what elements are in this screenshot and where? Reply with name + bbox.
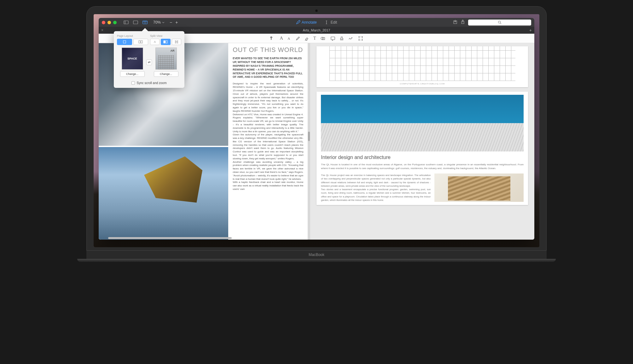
app-window: 70% − + Annotate Edit	[99, 18, 534, 240]
split-text-button[interactable]: A	[150, 39, 160, 45]
svg-rect-16	[331, 37, 335, 40]
pencil-icon[interactable]	[296, 36, 300, 41]
fullscreen-window[interactable]	[113, 21, 117, 24]
architecture-photo	[321, 95, 524, 151]
svg-point-21	[362, 40, 363, 40]
svg-rect-2	[133, 21, 138, 24]
desktop-wallpaper: 70% − + Annotate Edit	[94, 14, 539, 247]
architecture-page: Interior design and architecture The QL …	[316, 92, 528, 205]
swap-documents-icon[interactable]: ⇄	[146, 60, 152, 65]
close-window[interactable]	[102, 21, 105, 24]
horizontal-scrollbar[interactable]	[108, 237, 298, 239]
sidebar-toggle-icon[interactable]	[124, 20, 129, 25]
sync-checkbox[interactable]	[131, 81, 135, 85]
share-icon[interactable]	[461, 20, 465, 25]
font-small-icon[interactable]: A	[287, 36, 290, 41]
window-controls	[102, 21, 117, 24]
satellite-image	[99, 147, 228, 240]
tab-close-icon[interactable]: ×	[101, 28, 103, 32]
search-input[interactable]	[468, 20, 531, 26]
macbook-label: MacBook	[86, 251, 547, 259]
right-document-thumbnail[interactable]: AR	[155, 48, 177, 70]
split-divider[interactable]	[308, 43, 310, 240]
annotate-mode-button[interactable]: Annotate	[296, 20, 317, 25]
page-view-icon[interactable]	[133, 20, 138, 25]
blueprint-page: COMPUTERARTS.CREATIVEBLOQ.COM	[316, 46, 528, 87]
blueprint-drawing	[329, 46, 515, 81]
import-icon[interactable]	[453, 20, 457, 25]
zoom-out-button[interactable]: −	[170, 20, 172, 25]
layout-single-button[interactable]	[117, 39, 132, 45]
view-options-popover: Page Layout Split View A	[114, 31, 184, 88]
page-layout-label: Page Layout	[117, 34, 148, 37]
layout-double-button[interactable]	[133, 39, 148, 45]
svg-rect-25	[164, 41, 165, 43]
shape-tool-icon[interactable]	[321, 36, 325, 41]
tab-title[interactable]: Arts_March_2017	[303, 28, 330, 32]
note-icon[interactable]	[331, 36, 335, 41]
change-right-button[interactable]: Change...	[154, 71, 178, 77]
architecture-body: The QL House project was an exercise in …	[321, 173, 431, 202]
svg-point-11	[498, 21, 501, 23]
split-view-label: Split View	[150, 34, 181, 37]
svg-point-20	[359, 40, 359, 40]
eraser-icon[interactable]	[305, 36, 309, 41]
camera	[315, 9, 318, 12]
svg-rect-17	[359, 37, 362, 40]
svg-point-19	[362, 37, 363, 37]
staircase-photo	[434, 173, 524, 202]
change-left-button[interactable]: Change...	[120, 71, 145, 77]
sync-label: Sync scroll and zoom	[136, 81, 166, 85]
svg-text:Ṫ: Ṫ	[270, 37, 272, 40]
screen-bezel: 70% − + Annotate Edit	[86, 6, 547, 251]
zoom-level[interactable]: 70%	[153, 20, 165, 25]
article-headline: OUT OF THIS WORLD	[233, 46, 303, 54]
svg-rect-0	[124, 21, 128, 24]
svg-rect-23	[139, 41, 140, 43]
architecture-intro: The QL House is located in one of the mo…	[321, 163, 524, 170]
titlebar: 70% − + Annotate Edit	[99, 18, 534, 27]
svg-rect-22	[123, 41, 126, 43]
svg-rect-28	[175, 42, 178, 43]
signature-icon[interactable]	[348, 36, 353, 41]
zoom-in-button[interactable]: +	[175, 20, 178, 25]
left-document-thumbnail[interactable]: SPACE	[122, 48, 143, 70]
minimize-window[interactable]	[107, 21, 111, 24]
text-style-icon[interactable]: Ṫ	[270, 36, 275, 41]
article-text: OUT OF THIS WORLD EVER WANTED TO SEE THE…	[228, 43, 308, 240]
split-horizontal-button[interactable]	[161, 39, 170, 45]
svg-line-12	[500, 23, 501, 24]
split-view-icon[interactable]	[142, 20, 148, 25]
macbook-frame: 70% − + Annotate Edit	[86, 6, 547, 262]
new-tab-button[interactable]: +	[529, 28, 532, 33]
article-lede: EVER WANTED TO SEE THE EARTH FROM 250 MI…	[233, 57, 303, 79]
macbook-hinge	[77, 259, 556, 262]
split-vertical-button[interactable]	[172, 39, 181, 45]
selection-icon[interactable]	[358, 36, 363, 41]
blueprint-caption: COMPUTERARTS.CREATIVEBLOQ.COM	[400, 83, 445, 85]
article-body: Designed to inspire the next generation …	[233, 82, 303, 191]
svg-rect-24	[141, 41, 142, 43]
svg-rect-26	[166, 41, 167, 43]
svg-rect-27	[175, 40, 178, 42]
text-tool-icon[interactable]: T	[313, 36, 316, 41]
right-pane[interactable]: COMPUTERARTS.CREATIVEBLOQ.COM Interior d…	[310, 43, 534, 240]
svg-point-18	[359, 37, 359, 37]
stamp-icon[interactable]	[340, 36, 344, 41]
font-large-icon[interactable]: A	[280, 36, 283, 41]
architecture-heading: Interior design and architecture	[321, 155, 524, 160]
edit-mode-button[interactable]: Edit	[326, 20, 337, 25]
